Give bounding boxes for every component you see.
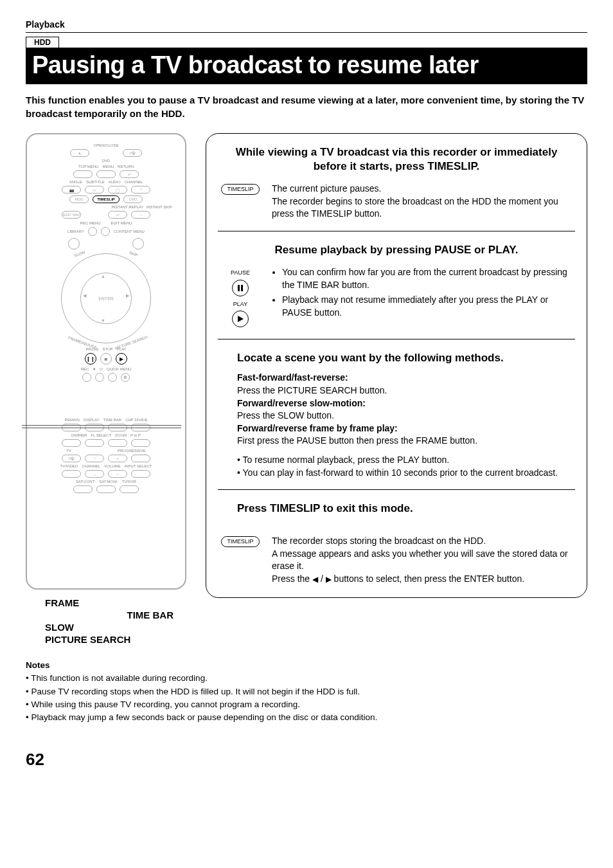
step3-text: Fast-forward/fast-reverse: Press the PIC… [237,372,575,479]
btn-menu [96,170,116,178]
zoom-label: ZOOM [115,433,127,437]
step1-p2: The recorder begins to store the broadca… [272,195,575,221]
frame-label: Forward/reverse frame by frame play: [237,423,398,433]
remote-illustration: OPEN/CLOSE ▲ I/⏻ DVD TOP MENU MENU RETUR… [26,133,186,590]
audio-label: AUDIO [109,180,121,184]
btn-recmenu [88,227,97,236]
step2-li1: You can confirm how far you are from the… [282,266,575,291]
slow-arc: SLOW [74,250,86,258]
ff-text: Press the PICTURE SEARCH button. [237,384,575,397]
slow-text: Press the SLOW button. [237,410,575,422]
timebar-label: TIME BAR [103,418,121,422]
star-label: ★ [93,366,96,371]
menu-label: MENU [102,165,114,168]
step1-text: The current picture pauses. The recorder… [272,183,575,221]
top-menu-label: TOP MENU [78,165,98,168]
rec-label: REC [81,367,89,371]
sep3 [218,489,575,490]
dvd-label: DVD [102,159,111,163]
skip-arc: SKIP [129,251,139,257]
btn-chup: ⌃ [131,186,150,194]
enter-btn: ENTER [80,273,132,324]
up-arrow-icon: ▲ [101,274,105,278]
step4-body: TIMESLIP The recorder stops storing the … [218,535,575,585]
subtitle-label: SUBTITLE [86,180,105,184]
dpad: ENTER SLOW SKIP FRAME/ADJUST PICTURE SEA… [61,253,151,343]
play-btn-remote: ▶ [116,353,127,365]
btn-easynavi: EASY NAVI [62,211,81,219]
svg-marker-2 [238,316,244,322]
btn-editmenu [101,227,110,236]
btn-iskip: ·→ [131,211,150,219]
btn-hdd: HDD [69,195,89,203]
steps-panel: While viewing a TV broadcast via this re… [206,133,587,598]
btn-tvpower: I/⏻ [62,455,81,462]
ff-label: Fast-forward/fast-reverse: [237,372,348,383]
step4-heading: Press TIMESLIP to exit this mode. [218,502,575,516]
btn-volup: + [108,455,127,462]
btn-satcont [73,485,93,493]
inputselect-label: INPUT SELECT [125,464,152,468]
tv-label: TV [66,449,71,453]
btn-subtitle: ▭ [85,186,104,194]
content-row: OPEN/CLOSE ▲ I/⏻ DVD TOP MENU MENU RETUR… [26,133,587,646]
btn-audio: ◯ [108,186,127,194]
remain-label: REMAIN [65,418,80,422]
step1-heading: While viewing a TV broadcast via this re… [218,145,575,174]
notes-title: Notes [26,659,587,672]
step1-btn-col: TIMESLIP [218,183,263,196]
ff-note: • You can play in fast-forward to within… [237,467,575,480]
step2-li2: Playback may not resume immediately afte… [282,294,575,319]
notes-section: Notes • This function is not available d… [26,659,587,724]
step2-heading: Resume playback by pressing PAUSE or PLA… [218,243,575,257]
timeslip-button-icon-2: TIMESLIP [221,536,259,547]
btn-timeslip-remote: TIMESLIP [93,195,120,203]
sep2 [218,339,575,339]
right-arrow-glyph: ▶ [326,574,332,585]
btn-rec [82,373,91,382]
btn-star [95,373,104,382]
btn-flselect [85,439,104,447]
note-1: • This function is not available during … [26,672,587,685]
instant-skip-label: INSTANT SKIP [147,205,172,209]
callout-labels: FRAME TIME BAR SLOW PICTURE SEARCH [26,597,186,645]
btn-ireplay: ↶ [108,211,127,219]
timeslip-button-icon: TIMESLIP [221,184,259,195]
step4-text: The recorder stops storing the broadcast… [272,535,575,585]
step4-p3: Press the ◀ / ▶ buttons to select, then … [272,573,575,586]
callout-frame: FRAME [45,597,186,608]
btn-topmenu [73,170,93,178]
quickmenu-label: QUICK MENU [107,367,131,371]
chpdivide-label: CHP DIVIDE [125,418,147,422]
volume-label: VOLUME [104,464,120,468]
btn-dimmer [62,439,81,447]
svg-rect-1 [241,285,243,291]
step2-body: PAUSE PLAY You can confirm how far you a… [218,266,575,329]
hdd-badge: HDD [26,37,59,48]
dimmer-label: DIMMER [71,433,87,437]
btn-return: ↶ [120,170,139,178]
step2-btn-col: PAUSE PLAY [218,266,263,329]
callout-slow: SLOW [45,622,186,633]
btn-inputselect [131,470,150,478]
step4-btn-col: TIMESLIP [218,535,263,548]
remote-column: OPEN/CLOSE ▲ I/⏻ DVD TOP MENU MENU RETUR… [26,133,186,646]
intro-text: This function enables you to pause a TV … [26,93,587,120]
channel2-label: CHANNEL [82,464,101,468]
btn-library [68,238,80,249]
left-arrow-icon: ◀ [83,293,86,298]
note-3: • While using this pause TV recording, y… [26,698,587,711]
step1-p1: The current picture pauses. [272,183,575,195]
step4-p1: The recorder stops storing the broadcast… [272,535,575,548]
step2-text: You can confirm how far you are from the… [272,266,575,321]
return-label: RETURN [118,165,134,168]
down-arrow-icon: ▼ [101,318,105,323]
section-rule [26,32,587,33]
step3-body: Fast-forward/fast-reverse: Press the PIC… [218,372,575,479]
btn-tvvideo [62,470,81,478]
tvvideo-label: TV/VIDEO [60,464,78,468]
note-4: • Playback may jump a few seconds back o… [26,711,587,724]
step4-p2: A message appears and asks you whether y… [272,548,575,573]
stop-label: STOP [102,347,112,351]
play-label-step: PLAY [218,300,263,309]
